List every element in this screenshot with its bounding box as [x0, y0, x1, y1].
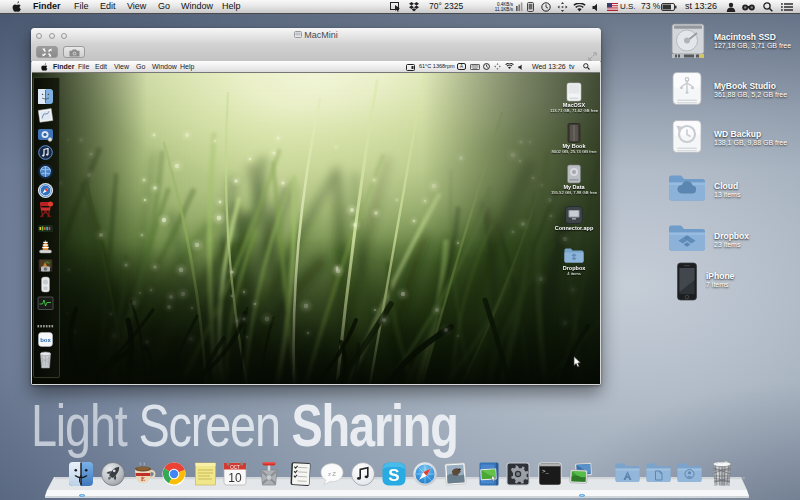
svg-text:z Z: z Z	[328, 471, 336, 477]
svg-text:OCT: OCT	[230, 465, 240, 470]
svg-text:É: É	[141, 475, 145, 482]
svg-text:10: 10	[228, 471, 242, 485]
svg-text:>_: >_	[542, 468, 550, 475]
svg-text:S: S	[388, 466, 399, 485]
